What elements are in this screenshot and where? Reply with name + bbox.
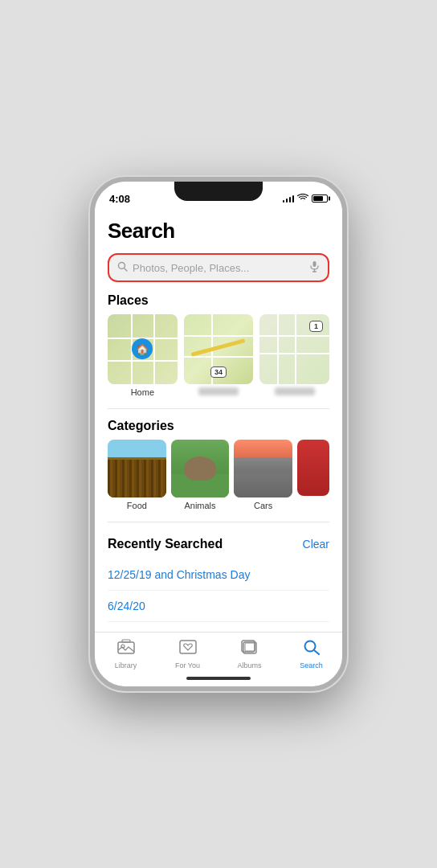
home-pin: 🏠 [132,338,153,359]
mic-icon[interactable] [309,260,320,275]
place-label-3 [275,387,315,397]
tab-for-you-label: For You [175,661,200,669]
phone-screen: 4:08 [95,182,342,686]
place-item-3[interactable]: 1 [259,314,329,397]
svg-rect-11 [245,643,255,651]
recently-searched-title: Recently Searched [108,537,223,551]
search-bar-wrapper[interactable]: Photos, People, Places... [95,250,342,292]
search-tab-icon [303,639,321,659]
places-row: 🏠 Home 34 [95,314,342,400]
search-placeholder: Photos, People, Places... [133,262,304,274]
place-item-home[interactable]: 🏠 Home [108,314,178,397]
categories-section-title: Categories [95,417,342,440]
places-section-title: Places [95,292,342,314]
search-icon [117,261,128,274]
wifi-icon [297,194,308,203]
svg-line-13 [314,650,319,654]
tab-search[interactable]: Search [280,639,342,669]
status-icons [283,194,329,203]
category-item-food[interactable]: Food [108,440,166,511]
notch [174,182,263,201]
category-item-cars[interactable]: Cars [234,440,292,511]
svg-line-1 [125,268,128,272]
tab-albums[interactable]: Albums [218,639,280,669]
home-indicator [186,677,251,680]
category-img-cars [234,440,292,498]
recently-searched-header: Recently Searched Clear [108,537,329,551]
map-badge-3: 1 [309,321,323,332]
animal-shape [184,457,216,481]
albums-icon [241,639,259,659]
status-time: 4:08 [109,193,130,205]
tab-search-label: Search [300,661,323,669]
categories-row: Food Animals Cars [95,440,342,514]
tab-for-you[interactable]: For You [157,639,218,669]
divider-1 [108,408,329,409]
page-title: Search [108,219,329,244]
svg-rect-7 [122,640,130,642]
places-section: Places 🏠 Home [95,292,342,400]
category-img-animals [171,440,230,498]
recent-search-text-1: 6/24/20 [108,600,145,612]
phone-shell: 4:08 [90,177,347,691]
recently-searched-section: Recently Searched Clear 12/25/19 and Chr… [95,530,342,622]
recent-search-item-0[interactable]: 12/25/19 and Christmas Day [108,559,329,591]
tab-library-label: Library [115,661,137,669]
category-img-extra [297,440,329,496]
recent-search-text-0: 12/25/19 and Christmas Day [108,568,250,581]
place-item-2[interactable]: 34 [184,314,254,397]
divider-2 [108,522,329,522]
main-content: Search Photos, People, Places... [95,211,342,632]
library-icon [117,639,135,659]
battery-icon [312,194,328,203]
map-badge-2: 34 [210,366,227,378]
place-map-3: 1 [259,314,329,384]
place-map-2: 34 [184,314,254,384]
category-label-animals: Animals [184,501,215,510]
svg-rect-8 [180,641,196,653]
signal-bars-icon [283,194,295,203]
category-item-animals[interactable]: Animals [171,440,230,511]
tab-library[interactable]: Library [95,639,157,669]
category-label-cars: Cars [254,501,272,510]
home-pin-icon: 🏠 [136,343,149,355]
tab-albums-label: Albums [237,661,261,669]
category-item-extra[interactable] [297,440,329,511]
for-you-icon [179,639,197,659]
clear-button[interactable]: Clear [303,538,329,551]
category-img-food [108,440,166,498]
recent-search-item-1[interactable]: 6/24/20 [108,591,329,622]
search-bar[interactable]: Photos, People, Places... [108,253,329,282]
category-label-food: Food [127,501,147,510]
categories-section: Categories Food Animals [95,417,342,514]
place-map-home: 🏠 [108,314,178,384]
page-header: Search [95,211,342,250]
svg-rect-2 [313,261,317,267]
place-label-2 [198,387,239,397]
place-label-home: Home [131,387,154,397]
